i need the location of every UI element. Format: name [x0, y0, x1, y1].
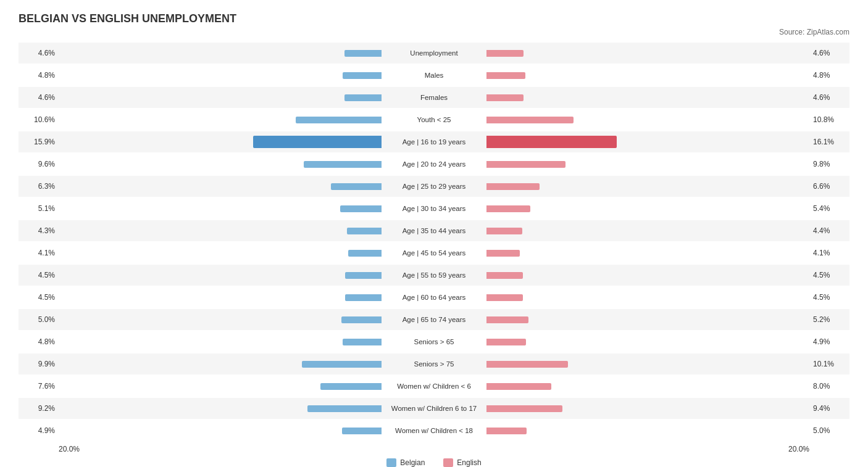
chart-row: 9.2% Women w/ Children 6 to 17 9.4% — [19, 398, 849, 419]
legend-item-belgian: Belgian — [386, 458, 425, 467]
chart-row: 4.6% Females 4.6% — [19, 87, 849, 108]
left-value: 9.6% — [19, 160, 59, 168]
right-value: 10.8% — [809, 115, 849, 124]
chart-row: 9.9% Seniors > 75 10.1% — [19, 353, 849, 374]
chart-row: 6.3% Age | 25 to 29 years 6.6% — [19, 176, 849, 197]
chart-row: 4.5% Age | 60 to 64 years 4.5% — [19, 287, 849, 308]
chart-row: 9.6% Age | 20 to 24 years 9.8% — [19, 154, 849, 175]
x-axis-right-label: 20.0% — [788, 445, 809, 453]
bar-section: Age | 25 to 29 years — [59, 176, 809, 197]
bar-section: Seniors > 75 — [59, 353, 809, 374]
right-value: 16.1% — [809, 138, 849, 146]
left-value: 4.5% — [19, 293, 59, 302]
right-value: 4.4% — [809, 226, 849, 235]
chart-row: 4.1% Age | 45 to 54 years 4.1% — [19, 242, 849, 263]
chart-row: 5.1% Age | 30 to 34 years 5.4% — [19, 198, 849, 219]
bar-section: Age | 20 to 24 years — [59, 154, 809, 175]
legend-item-english: English — [443, 458, 481, 467]
right-value: 4.5% — [809, 293, 849, 302]
right-value: 4.1% — [809, 249, 849, 257]
row-label: Age | 25 to 29 years — [382, 183, 486, 190]
bar-section: Unemployment — [59, 43, 809, 64]
chart-title: BELGIAN VS ENGLISH UNEMPLOYMENT — [19, 12, 849, 25]
chart-row: 4.6% Unemployment 4.6% — [19, 43, 849, 64]
right-value: 4.8% — [809, 71, 849, 80]
left-value: 4.3% — [19, 226, 59, 235]
row-label: Unemployment — [382, 49, 486, 57]
bar-section: Age | 45 to 54 years — [59, 242, 809, 263]
bar-section: Age | 16 to 19 years — [59, 131, 809, 152]
chart-row: 4.3% Age | 35 to 44 years 4.4% — [19, 220, 849, 241]
left-value: 4.1% — [19, 249, 59, 257]
left-value: 4.8% — [19, 71, 59, 80]
row-label: Women w/ Children < 18 — [382, 427, 486, 434]
left-value: 4.8% — [19, 337, 59, 346]
row-label: Seniors > 65 — [382, 338, 486, 345]
chart-row: 5.0% Age | 65 to 74 years 5.2% — [19, 309, 849, 330]
row-label: Women w/ Children 6 to 17 — [382, 405, 486, 412]
row-label: Males — [382, 72, 486, 79]
right-value: 4.5% — [809, 271, 849, 279]
row-label: Females — [382, 94, 486, 101]
right-value: 4.6% — [809, 93, 849, 102]
right-value: 10.1% — [809, 360, 849, 368]
bar-section: Women w/ Children < 6 — [59, 376, 809, 397]
row-label: Seniors > 75 — [382, 360, 486, 368]
left-value: 5.1% — [19, 204, 59, 213]
row-label: Age | 16 to 19 years — [382, 138, 486, 146]
left-value: 6.3% — [19, 182, 59, 191]
bar-section: Age | 30 to 34 years — [59, 198, 809, 219]
bar-section: Age | 65 to 74 years — [59, 309, 809, 330]
chart-row: 4.8% Seniors > 65 4.9% — [19, 331, 849, 352]
legend-color-belgian — [386, 458, 396, 467]
bar-section: Women w/ Children 6 to 17 — [59, 398, 809, 419]
left-value: 9.2% — [19, 404, 59, 413]
right-value: 4.9% — [809, 337, 849, 346]
row-label: Age | 60 to 64 years — [382, 294, 486, 301]
row-label: Age | 30 to 34 years — [382, 205, 486, 212]
row-label: Age | 65 to 74 years — [382, 316, 486, 323]
bar-section: Males — [59, 65, 809, 86]
chart-row: 4.8% Males 4.8% — [19, 65, 849, 86]
chart-row: 7.6% Women w/ Children < 6 8.0% — [19, 376, 849, 397]
right-value: 5.0% — [809, 426, 849, 435]
left-value: 10.6% — [19, 115, 59, 124]
chart-row: 4.9% Women w/ Children < 18 5.0% — [19, 420, 849, 441]
left-value: 4.9% — [19, 426, 59, 435]
chart-row: 10.6% Youth < 25 10.8% — [19, 109, 849, 130]
right-value: 6.6% — [809, 182, 849, 191]
left-value: 9.9% — [19, 360, 59, 368]
bar-section: Youth < 25 — [59, 109, 809, 130]
right-value: 5.4% — [809, 204, 849, 213]
bar-section: Age | 60 to 64 years — [59, 287, 809, 308]
legend: Belgian English — [19, 458, 849, 467]
right-value: 9.4% — [809, 404, 849, 413]
chart-area: 4.6% Unemployment 4.6% 4.8% — [19, 43, 849, 467]
right-value: 4.6% — [809, 49, 849, 57]
right-value: 8.0% — [809, 382, 849, 391]
bar-section: Women w/ Children < 18 — [59, 420, 809, 441]
row-label: Youth < 25 — [382, 116, 486, 123]
bar-section: Females — [59, 87, 809, 108]
legend-label-belgian: Belgian — [400, 458, 425, 467]
row-label: Age | 55 to 59 years — [382, 271, 486, 279]
right-value: 5.2% — [809, 315, 849, 324]
legend-label-english: English — [457, 458, 481, 467]
left-value: 7.6% — [19, 382, 59, 391]
row-label: Age | 35 to 44 years — [382, 227, 486, 234]
left-value: 5.0% — [19, 315, 59, 324]
bar-section: Age | 55 to 59 years — [59, 265, 809, 286]
source-label: Source: ZipAtlas.com — [19, 28, 849, 36]
left-value: 4.5% — [19, 271, 59, 279]
x-axis-left-label: 20.0% — [59, 445, 80, 453]
x-axis: 20.0% 20.0% — [19, 445, 849, 453]
left-value: 4.6% — [19, 93, 59, 102]
row-label: Women w/ Children < 6 — [382, 382, 486, 390]
right-value: 9.8% — [809, 160, 849, 168]
left-value: 4.6% — [19, 49, 59, 57]
bar-section: Age | 35 to 44 years — [59, 220, 809, 241]
row-label: Age | 20 to 24 years — [382, 160, 486, 168]
chart-row: 15.9% Age | 16 to 19 years 16.1% — [19, 131, 849, 152]
row-label: Age | 45 to 54 years — [382, 249, 486, 257]
chart-row: 4.5% Age | 55 to 59 years 4.5% — [19, 265, 849, 286]
